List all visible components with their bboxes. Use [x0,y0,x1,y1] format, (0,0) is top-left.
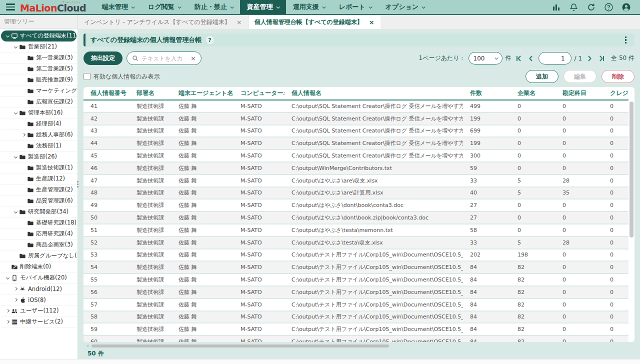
caret-down-icon[interactable] [6,276,9,280]
table-row[interactable]: 58製造技術課佐藤 舞M-SATOC:\output\テスト用ファイル\Corp… [84,312,628,324]
table-row[interactable]: 44製造技術課佐藤 舞M-SATOC:\output\SQL Statement… [84,138,628,150]
table-row[interactable]: 53製造技術課佐藤 舞M-SATOC:\output\テスト用ファイル\Corp… [84,250,628,262]
tab-1[interactable]: 個人情報管理台帳【すべての登録端末】× [248,15,380,29]
tree-item-12[interactable]: 製造技術課(1) [1,162,76,174]
tab-close-icon[interactable]: × [236,18,242,26]
title-kebab-menu-icon[interactable] [622,34,630,46]
caret-down-icon[interactable] [14,155,17,158]
bell-icon[interactable] [569,2,578,12]
tree-item-3[interactable]: 第二営業課(5) [1,64,76,74]
tree-item-4[interactable]: 販売推進課(9) [1,74,76,86]
tree-item-7[interactable]: 管理本部(16) [1,108,76,118]
column-header-5[interactable]: 件数 [463,89,510,98]
caret-down-icon[interactable] [14,45,17,48]
caret-right-icon[interactable] [14,298,17,302]
vertical-scrollbar[interactable] [630,102,634,340]
column-header-4[interactable]: 個人情報名 [284,89,463,98]
valid-only-checkbox[interactable]: 有効な個人情報のみ表示 [84,72,160,81]
table-row[interactable]: 47製造技術課佐藤 舞M-SATOC:\output\はやぶさ\are\収支.x… [84,175,628,188]
column-header-1[interactable]: 部署名 [130,89,172,98]
edit-button[interactable]: 編集 [564,70,596,83]
menu-item-2[interactable]: 防止・禁止 [188,0,240,14]
tree-item-26[interactable]: 中継サービス(2) [1,316,76,328]
tree-item-18[interactable]: 応用研究課(4) [1,228,76,240]
tree-item-24[interactable]: iOS(8) [1,294,76,306]
tree-item-21[interactable]: 削除端末(0) [1,262,76,272]
tree-item-1[interactable]: 営業部(21) [1,42,76,52]
caret-right-icon[interactable] [6,309,9,312]
table-row[interactable]: 42製造技術課佐藤 舞M-SATOC:\output\SQL Statement… [84,113,628,126]
table-row[interactable]: 41製造技術課佐藤 舞M-SATOC:\output\SQL Statement… [84,100,628,113]
horizontal-scrollbar[interactable] [88,344,630,348]
tree-item-19[interactable]: 商品企画室(3) [1,240,76,250]
tree-item-6[interactable]: 広報宣伝課(2) [1,96,76,108]
prev-page-button[interactable] [526,54,536,63]
vertical-scrollbar-thumb[interactable] [630,102,634,238]
column-header-7[interactable]: 勘定科目 [556,89,603,98]
caret-right-icon[interactable] [6,320,9,324]
table-row[interactable]: 60製造技術課佐藤 舞M-SATOC:\output\テスト用ファイル\Corp… [84,336,628,342]
tab-0[interactable]: インベントリ - アンチウイルス【すべての登録端末】× [78,15,248,29]
caret-right-icon[interactable] [14,287,17,290]
tree-item-5[interactable]: マーケティング課(2) [1,86,76,96]
search-input[interactable] [142,55,189,62]
column-header-2[interactable]: 端末エージェント名 [172,89,234,98]
stats-icon[interactable] [552,2,561,12]
table-row[interactable]: 46製造技術課佐藤 舞M-SATOC:\output\WinMerge\Cont… [84,162,628,175]
search-box[interactable]: × [126,52,202,65]
menu-item-1[interactable]: ログ閲覧 [141,0,188,14]
hamburger-menu-icon[interactable] [6,2,15,12]
column-header-6[interactable]: 企業名 [510,89,556,98]
delete-button[interactable]: 削除 [602,70,634,83]
tree-item-10[interactable]: 法務部(1) [1,140,76,152]
tree-item-23[interactable]: Android(12) [1,284,76,294]
tree-item-20[interactable]: 所属グループなし(19) [1,250,76,262]
column-header-3[interactable]: コンピューター名 [234,89,284,98]
search-clear-icon[interactable]: × [190,54,196,62]
refresh-icon[interactable] [586,2,596,12]
tree-item-25[interactable]: ユーザー(112) [1,306,76,316]
checkbox-icon[interactable] [84,73,90,80]
horizontal-scrollbar-thumb[interactable] [92,344,389,348]
panel-resize-handle[interactable] [76,180,80,188]
tab-close-icon[interactable]: × [369,18,374,26]
table-row[interactable]: 56製造技術課佐藤 舞M-SATOC:\output\テスト用ファイル\Corp… [84,286,628,299]
column-header-0[interactable]: 個人情報番号 [84,89,130,98]
caret-down-icon[interactable] [14,210,17,214]
tree-item-8[interactable]: 経理部(4) [1,118,76,130]
tree-item-9[interactable]: 総務人事部(6) [1,130,76,140]
tree-item-16[interactable]: 研究開発部(34) [1,206,76,218]
help-icon[interactable] [604,2,614,12]
table-row[interactable]: 54製造技術課佐藤 舞M-SATOC:\output\テスト用ファイル\Corp… [84,262,628,274]
menu-item-4[interactable]: 運用支援 [286,0,332,14]
tree-item-22[interactable]: モバイル機器(20) [1,272,76,284]
add-button[interactable]: 追加 [526,70,558,83]
per-page-select[interactable]: 100 [468,52,502,64]
menu-item-6[interactable]: オプション [378,0,432,14]
tree-item-15[interactable]: 品質管理課(6) [1,196,76,206]
last-page-button[interactable] [597,54,606,63]
caret-right-icon[interactable] [22,133,25,136]
app-logo[interactable]: MaLion マリオンクラウド Cloud [20,2,86,13]
table-row[interactable]: 52製造技術課佐藤 舞M-SATOC:\output\はやぶさ\testa\収支… [84,237,628,250]
menu-item-5[interactable]: レポート [332,0,378,14]
caret-down-icon[interactable] [6,34,9,38]
first-page-button[interactable] [514,54,524,63]
tree-item-17[interactable]: 基礎研究課(18) [1,218,76,228]
caret-down-icon[interactable] [14,111,17,114]
page-number-field[interactable] [538,52,572,64]
table-row[interactable]: 57製造技術課佐藤 舞M-SATOC:\output\テスト用ファイル\Corp… [84,299,628,312]
tree-item-14[interactable]: 生産管理課(2) [1,184,76,196]
table-row[interactable]: 51製造技術課佐藤 舞M-SATOC:\output\はやぶさ\testa\me… [84,224,628,237]
table-row[interactable]: 45製造技術課佐藤 舞M-SATOC:\output\SQL Statement… [84,150,628,162]
column-header-8[interactable]: クレジット [603,89,628,98]
page-number-input[interactable] [539,55,571,62]
table-row[interactable]: 43製造技術課佐藤 舞M-SATOC:\output\SQL Statement… [84,126,628,138]
tree-item-0[interactable]: すべての登録端末(116) [1,30,76,42]
table-row[interactable]: 48製造技術課佐藤 舞M-SATOC:\output\はやぶさ\are\計算用.… [84,188,628,200]
table-row[interactable]: 49製造技術課佐藤 舞M-SATOC:\output\はやぶさ\dont\boo… [84,200,628,212]
tree-item-11[interactable]: 製造部(26) [1,152,76,162]
title-help-icon[interactable]: ? [206,36,214,44]
extract-settings-button[interactable]: 抽出設定 [84,52,122,65]
tree-item-13[interactable]: 生産課(12) [1,174,76,184]
